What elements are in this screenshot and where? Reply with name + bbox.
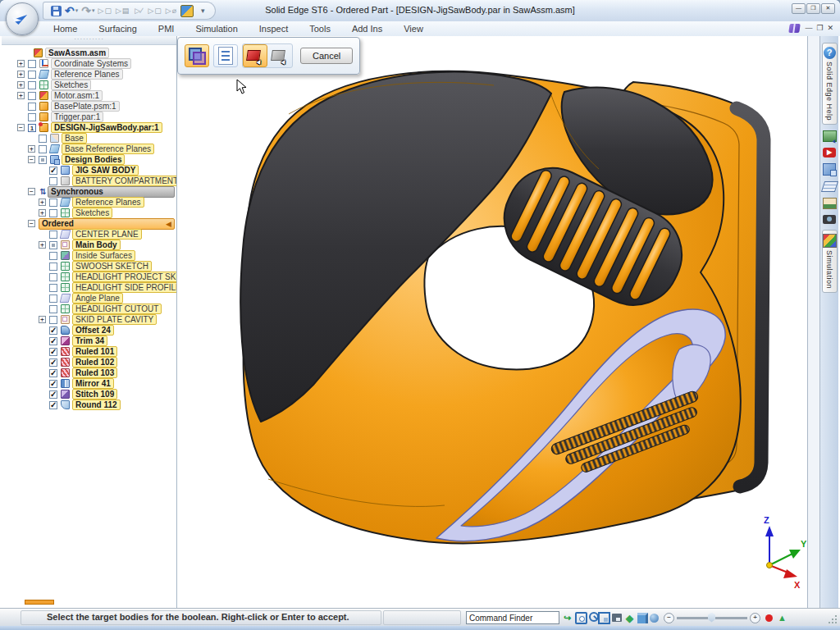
zoom-slider-thumb[interactable] xyxy=(708,613,715,623)
doc-restore-button[interactable]: ❐ xyxy=(816,23,823,33)
doc-minimize-button[interactable]: — xyxy=(805,23,812,33)
cancel-button[interactable]: Cancel xyxy=(300,48,353,64)
simulation-tab[interactable]: Simulation xyxy=(822,230,838,293)
tree-item-label[interactable]: HEADLIGHT SIDE PROFILE xyxy=(72,282,177,293)
close-button[interactable]: ✕ xyxy=(821,3,835,14)
zoom-slider-track[interactable] xyxy=(677,617,747,619)
checkbox-unchecked[interactable] xyxy=(49,305,57,313)
help-library-icon[interactable] xyxy=(789,24,801,33)
fit-icon[interactable] xyxy=(598,612,610,624)
maximize-button[interactable]: ❐ xyxy=(806,3,820,14)
checkbox-checked[interactable] xyxy=(49,337,57,345)
tab-surfacing[interactable]: Surfacing xyxy=(88,21,147,36)
tree-item-label[interactable]: Reference Planes xyxy=(51,69,123,80)
expander-plus-icon[interactable]: + xyxy=(39,199,46,206)
checkbox-checked[interactable] xyxy=(49,348,57,356)
checkbox-partial[interactable] xyxy=(49,241,57,249)
checkbox-unchecked[interactable] xyxy=(28,113,36,121)
checkbox-unchecked[interactable] xyxy=(49,252,57,260)
tab-simulation[interactable]: Simulation xyxy=(185,21,248,36)
minimize-button[interactable]: — xyxy=(792,3,806,14)
checkbox-unchecked[interactable] xyxy=(49,177,57,185)
tree-item-reference-planes[interactable]: +Reference Planes xyxy=(2,69,176,80)
checkbox-unchecked[interactable] xyxy=(28,92,36,100)
tab-view[interactable]: View xyxy=(393,21,434,36)
checkbox-checked[interactable] xyxy=(49,401,57,409)
expander-plus-icon[interactable]: + xyxy=(17,60,25,67)
tree-item-base[interactable]: Base xyxy=(2,133,176,144)
tree-item-jig-saw-body[interactable]: JIG SAW BODY xyxy=(2,165,176,176)
tab-tools[interactable]: Tools xyxy=(299,21,341,36)
tree-item-ordered[interactable]: −Ordered◀ xyxy=(2,218,176,229)
tab-pmi[interactable]: PMI xyxy=(148,21,185,36)
checkbox-unchecked[interactable] xyxy=(49,231,57,239)
tree-item-label[interactable]: Offset 24 xyxy=(72,325,114,336)
camera-icon[interactable] xyxy=(823,215,836,224)
tree-item-label[interactable]: SawAssm.asm xyxy=(45,48,109,58)
learning-tool-icon[interactable] xyxy=(823,130,837,142)
named-views-icon[interactable] xyxy=(637,613,648,623)
tab-home[interactable]: Home xyxy=(43,21,88,36)
tree-item-ruled-101[interactable]: Ruled 101 xyxy=(2,346,176,357)
tab-inspect[interactable]: Inspect xyxy=(249,21,299,36)
tree-item-mirror-41[interactable]: Mirror 41 xyxy=(2,378,176,389)
tree-item-label[interactable]: Motor.asm:1 xyxy=(51,90,103,101)
tree-item-reference-planes[interactable]: +Reference Planes xyxy=(2,197,176,208)
tree-item-label[interactable]: Trim 34 xyxy=(72,336,107,346)
3d-viewport[interactable]: Z Y X xyxy=(177,36,809,608)
checkbox-unchecked[interactable] xyxy=(49,316,57,324)
tree-item-label[interactable]: SKID PLATE CAVITY xyxy=(72,314,157,325)
tree-item-offset-24[interactable]: Offset 24 xyxy=(2,325,176,336)
tree-item-swoosh-sketch[interactable]: SWOOSH SKETCH xyxy=(2,261,176,272)
tree-item-label[interactable]: Main Body xyxy=(72,240,121,250)
tree-item-design-bodies[interactable]: −Design Bodies xyxy=(2,154,176,165)
sync-section-header[interactable]: Synchronous xyxy=(48,186,175,198)
tree-item-label[interactable]: Design Bodies xyxy=(62,154,125,165)
tree-item-skid-plate-cavity[interactable]: +SKID PLATE CAVITY xyxy=(2,314,176,325)
checkbox-unchecked[interactable] xyxy=(28,60,36,68)
resize-grip[interactable] xyxy=(828,614,838,624)
expander-minus-icon[interactable]: − xyxy=(28,220,35,227)
tree-item-center-plane[interactable]: CENTER PLANE xyxy=(2,229,176,240)
command-finder-go-icon[interactable]: ↪ xyxy=(561,612,573,624)
tree-item-label[interactable]: Mirror 41 xyxy=(72,378,114,389)
expander-plus-icon[interactable]: + xyxy=(28,145,35,153)
expander-plus-icon[interactable]: + xyxy=(39,241,46,249)
expander-plus-icon[interactable]: + xyxy=(17,92,25,99)
tree-item-label[interactable]: CENTER PLANE xyxy=(72,229,142,240)
checkbox-unchecked[interactable] xyxy=(28,103,36,111)
checkbox-unchecked[interactable] xyxy=(39,135,47,143)
pan-icon[interactable] xyxy=(612,614,622,622)
tree-item-label[interactable]: SWOOSH SKETCH xyxy=(72,261,152,272)
tree-item-battery-compartment[interactable]: BATTERY COMPARTMENT xyxy=(2,176,176,186)
boolean-options-button[interactable] xyxy=(213,44,238,67)
tree-item-trim-34[interactable]: Trim 34 xyxy=(2,336,176,346)
checkbox-unchecked[interactable] xyxy=(39,145,47,153)
select-target-step-button[interactable] xyxy=(243,44,267,67)
command-finder-input[interactable] xyxy=(466,611,559,624)
application-menu-button[interactable] xyxy=(6,2,39,35)
pathfinder-drag-handle[interactable]: ·········· xyxy=(2,36,176,45)
collapse-arrow-icon[interactable]: ◀ xyxy=(166,220,171,228)
zoom-out-button[interactable]: − xyxy=(664,613,674,623)
tree-item-label[interactable]: BATTERY COMPARTMENT xyxy=(72,176,177,186)
maximize-view-icon[interactable]: ▲ xyxy=(776,612,788,624)
tree-item-trigger-par-1[interactable]: Trigger.par:1 xyxy=(2,112,176,122)
checkbox-unchecked[interactable] xyxy=(28,81,36,89)
checkbox-unchecked[interactable] xyxy=(49,262,57,271)
checkbox-checked[interactable] xyxy=(49,369,57,377)
tree-item-label[interactable]: BasePlate.psm:1 xyxy=(51,101,120,112)
expander-minus-icon[interactable]: − xyxy=(28,188,35,195)
boolean-subtract-button[interactable] xyxy=(185,44,209,67)
tree-item-label[interactable]: Coordinate Systems xyxy=(51,58,131,69)
tree-item-design-jigsawbody-par-1[interactable]: −1DESIGN-JigSawBody.par:1 xyxy=(2,122,176,133)
tree-item-label[interactable]: Angle Plane xyxy=(72,293,123,304)
panel-splitter[interactable] xyxy=(807,36,820,608)
tree-item-main-body[interactable]: +Main Body xyxy=(2,240,176,250)
tree-item-label[interactable]: Round 112 xyxy=(72,399,121,410)
tree-item-label[interactable]: HEADLIGHT CUTOUT xyxy=(72,304,162,314)
tree-item-label[interactable]: JIG SAW BODY xyxy=(72,165,139,176)
tree-item-sawassm-asm[interactable]: SawAssm.asm xyxy=(2,48,176,58)
expander-plus-icon[interactable]: + xyxy=(17,71,25,78)
checkbox-partial[interactable] xyxy=(39,156,47,164)
